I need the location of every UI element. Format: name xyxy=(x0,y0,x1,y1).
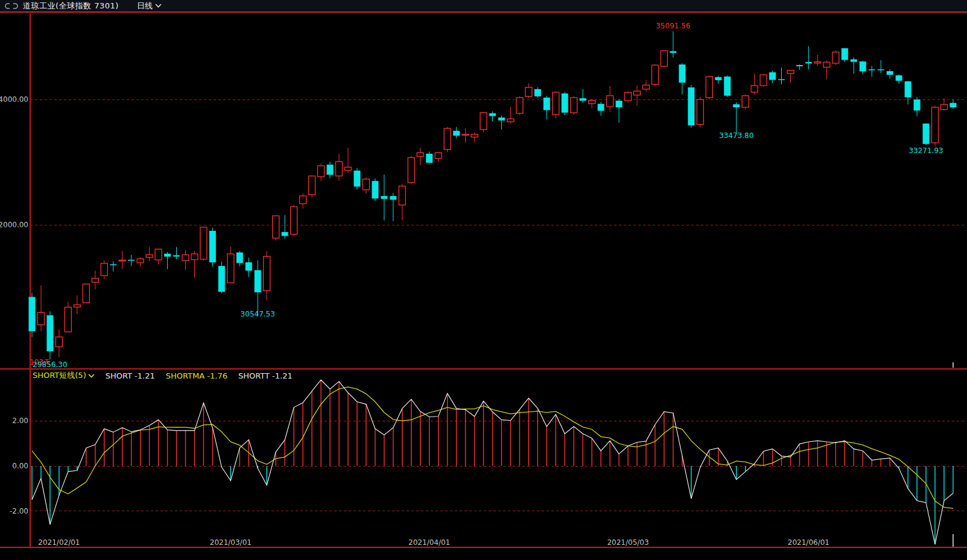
indicator-value-shortma: SHORTMA -1.76 xyxy=(166,371,227,380)
period-label: 日线 xyxy=(137,1,153,11)
title-bar: 道琼工业(全球指数 7301) 日线 xyxy=(0,0,967,13)
indicator-axis-label: -2.00 xyxy=(10,507,28,515)
indicator-name: SHORT短线(5) xyxy=(33,370,86,381)
price-axis-label: 32000.00 xyxy=(0,221,28,229)
chevron-down-icon xyxy=(155,4,162,8)
indicator-value-short: SHORT -1.21 xyxy=(106,371,155,380)
indicator-legend: SHORT短线(5) SHORT -1.21 SHORTMA -1.76 SHO… xyxy=(33,370,293,381)
indicator-axis-label: 2.00 xyxy=(12,417,28,425)
indicator-panel[interactable] xyxy=(30,369,967,547)
period-selector[interactable]: 日线 xyxy=(137,1,162,11)
axis-labels: 34000.0032000.002.000.00-2.00 xyxy=(0,95,28,515)
symbol-title: 道琼工业(全球指数 7301) xyxy=(23,1,119,11)
indicator-value-shortt: SHORTT -1.21 xyxy=(238,371,293,380)
candlestick-panel[interactable] xyxy=(30,13,967,369)
price-axis-label: 34000.00 xyxy=(0,95,28,104)
link-icon xyxy=(5,2,18,10)
chevron-down-icon xyxy=(88,374,95,378)
indicator-axis-label: 0.00 xyxy=(12,462,28,470)
stock-chart-app: { "header": { "title": "道琼工业(全球指数 7301)"… xyxy=(0,0,967,560)
indicator-selector[interactable]: SHORT短线(5) xyxy=(33,370,95,381)
chart-canvas: 34000.0032000.002.000.00-2.002021/02/012… xyxy=(0,0,967,560)
